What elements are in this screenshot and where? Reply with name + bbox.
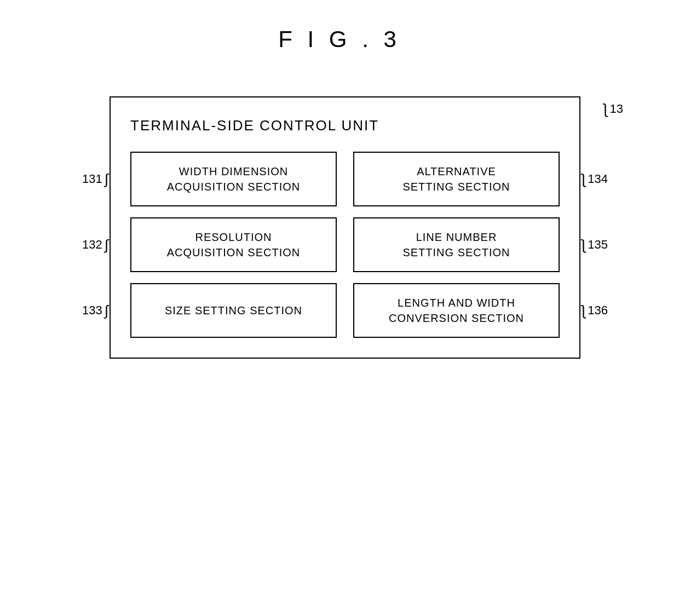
cell-133-text: SIZE SETTING SECTION xyxy=(165,303,302,318)
ref-132-text: 132 xyxy=(82,238,102,252)
cell-132-wrapper: 132 ∫ RESOLUTIONACQUISITION SECTION xyxy=(130,217,337,272)
squiggle-131: ∫ xyxy=(105,172,108,186)
ref-135-text: 135 xyxy=(588,238,608,252)
ref-132-label: 132 ∫ xyxy=(82,238,108,252)
ref-134-label: ∫ 134 xyxy=(582,172,608,186)
ref-133-label: 133 ∫ xyxy=(82,303,108,318)
ref-133-text: 133 xyxy=(82,303,102,318)
cell-135: LINE NUMBERSETTING SECTION xyxy=(353,217,560,272)
cell-136-wrapper: ∫ 136 LENGTH AND WIDTHCONVERSION SECTION xyxy=(353,283,560,338)
cell-131-text: WIDTH DIMENSIONACQUISITION SECTION xyxy=(167,164,300,194)
squiggle-132: ∫ xyxy=(105,238,108,252)
squiggle-134: ∫ xyxy=(582,172,585,186)
outer-box-title: TERMINAL-SIDE CONTROL UNIT xyxy=(130,117,560,134)
ref-136-label: ∫ 136 xyxy=(582,303,608,318)
cell-133-wrapper: 133 ∫ SIZE SETTING SECTION xyxy=(130,283,337,338)
outer-box: ∫ 13 TERMINAL-SIDE CONTROL UNIT 131 ∫ WI… xyxy=(110,96,580,359)
cell-134-wrapper: ∫ 134 ALTERNATIVESETTING SECTION xyxy=(353,152,560,206)
cell-131: WIDTH DIMENSIONACQUISITION SECTION xyxy=(130,152,337,206)
cell-133: SIZE SETTING SECTION xyxy=(130,283,337,338)
cell-135-text: LINE NUMBERSETTING SECTION xyxy=(402,229,510,260)
ref-131-text: 131 xyxy=(82,172,102,186)
ref-136-text: 136 xyxy=(588,303,608,318)
cell-134-text: ALTERNATIVESETTING SECTION xyxy=(402,164,510,194)
squiggle-13: ∫ xyxy=(603,102,607,116)
ref-13-label: ∫ 13 xyxy=(603,102,623,116)
cell-135-wrapper: ∫ 135 LINE NUMBERSETTING SECTION xyxy=(353,217,560,272)
cell-132-text: RESOLUTIONACQUISITION SECTION xyxy=(167,229,300,260)
page-title: F I G . 3 xyxy=(278,26,401,53)
ref-135-label: ∫ 135 xyxy=(582,238,608,252)
ref-131-label: 131 ∫ xyxy=(82,172,108,186)
cell-136-text: LENGTH AND WIDTHCONVERSION SECTION xyxy=(389,295,524,326)
cell-134: ALTERNATIVESETTING SECTION xyxy=(353,152,560,206)
cell-131-wrapper: 131 ∫ WIDTH DIMENSIONACQUISITION SECTION xyxy=(130,152,337,206)
ref-134-text: 134 xyxy=(588,172,608,186)
grid-container: 131 ∫ WIDTH DIMENSIONACQUISITION SECTION… xyxy=(130,152,560,338)
squiggle-136: ∫ xyxy=(582,303,585,318)
squiggle-133: ∫ xyxy=(105,303,108,318)
cell-132: RESOLUTIONACQUISITION SECTION xyxy=(130,217,337,272)
squiggle-135: ∫ xyxy=(582,238,585,252)
cell-136: LENGTH AND WIDTHCONVERSION SECTION xyxy=(353,283,560,338)
ref-13-text: 13 xyxy=(610,102,623,116)
